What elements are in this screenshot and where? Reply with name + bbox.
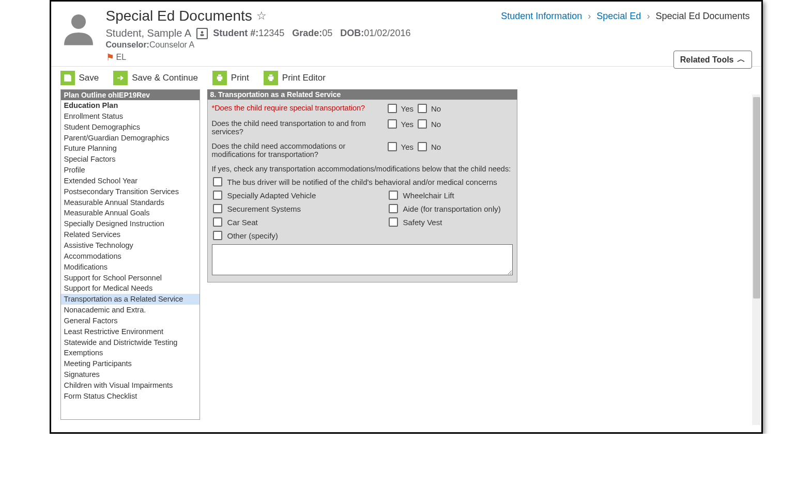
related-tools-label: Related Tools — [680, 55, 734, 65]
checkbox-notify-driver[interactable] — [213, 177, 222, 186]
scrollbar-thumb[interactable] — [753, 97, 760, 298]
sidebar-item-14[interactable]: Accommodations — [61, 251, 200, 262]
sidebar-item-7[interactable]: Extended School Year — [61, 176, 200, 186]
sidebar-item-3[interactable]: Parent/Guardian Demographics — [61, 133, 200, 144]
sidebar-item-13[interactable]: Assistive Technology — [61, 240, 200, 251]
counselor-value: Counselor A — [149, 40, 194, 49]
checkbox-aide[interactable] — [389, 204, 398, 213]
person-card-icon[interactable] — [196, 28, 208, 39]
sidebar-item-16[interactable]: Support for School Personnel — [61, 273, 200, 284]
label-safety-vest: Safety Vest — [403, 218, 442, 227]
label-other: Other (specify) — [227, 231, 278, 240]
checkbox-q3-no[interactable] — [418, 142, 427, 151]
label-no: No — [431, 120, 441, 129]
student-number-label: Student #: — [213, 28, 258, 38]
plan-outline-sidebar: Plan Outline ohIEP19Rev Education PlanEn… — [60, 89, 200, 420]
counselor-label: Counselor: — [106, 40, 149, 49]
favorite-star-icon[interactable]: ☆ — [256, 9, 267, 23]
sidebar-item-27[interactable]: Form Status Checklist — [61, 391, 200, 402]
checkbox-safety-vest[interactable] — [389, 217, 398, 227]
sidebar-item-15[interactable]: Modifications — [61, 262, 200, 273]
sidebar-item-21[interactable]: Least Restrictive Environment — [61, 326, 200, 337]
sidebar-item-22[interactable]: Statewide and Districtwide Testing — [61, 337, 200, 348]
sidebar-item-5[interactable]: Special Factors — [61, 154, 200, 165]
label-yes: Yes — [401, 120, 413, 129]
label-yes: Yes — [401, 143, 413, 151]
print-icon — [212, 71, 227, 85]
sidebar-item-19[interactable]: Nonacademic and Extra. — [61, 305, 200, 316]
label-notify-driver: The bus driver will be notified of the c… — [227, 178, 497, 186]
sidebar-item-20[interactable]: General Factors — [61, 316, 200, 326]
sidebar-item-4[interactable]: Future Planning — [61, 143, 200, 154]
breadcrumb-special-ed[interactable]: Special Ed — [596, 11, 641, 21]
checkbox-q1-yes[interactable] — [388, 104, 397, 113]
other-specify-input[interactable] — [212, 244, 513, 275]
chevron-right-icon: › — [588, 11, 591, 21]
accommodation-instructions: If yes, check any transportation accommo… — [212, 165, 513, 173]
dob-value: 01/02/2016 — [364, 28, 410, 38]
sidebar-item-10[interactable]: Measurable Annual Goals — [61, 208, 200, 218]
checkbox-q3-yes[interactable] — [388, 142, 397, 151]
flag-label: EL — [116, 53, 127, 62]
label-yes: Yes — [401, 104, 413, 113]
grade-label: Grade: — [292, 28, 322, 38]
sidebar-item-25[interactable]: Signatures — [61, 369, 200, 380]
grade-value: 05 — [322, 28, 332, 38]
sidebar-item-18[interactable]: Transportation as a Related Service — [61, 294, 200, 305]
sidebar-item-26[interactable]: Children with Visual Impairments — [61, 380, 200, 391]
checkbox-q2-no[interactable] — [418, 119, 427, 129]
label-securement: Securement Systems — [227, 204, 301, 213]
q-special-transport: *Does the child require special transpor… — [212, 104, 388, 112]
breadcrumb-student-info[interactable]: Student Information — [501, 11, 582, 21]
label-car-seat: Car Seat — [227, 218, 258, 227]
label-adapted-vehicle: Specially Adapted Vehicle — [227, 191, 316, 200]
student-name: Student, Sample A — [106, 27, 192, 39]
label-aide: Aide (for transportation only) — [403, 204, 501, 213]
sidebar-item-12[interactable]: Related Services — [61, 229, 200, 240]
related-tools-button[interactable]: Related Tools ︿ — [673, 51, 752, 69]
sidebar-item-11[interactable]: Specially Designed Instruction — [61, 218, 200, 229]
checkbox-car-seat[interactable] — [213, 217, 222, 227]
breadcrumb: Student Information › Special Ed › Speci… — [501, 11, 749, 22]
q-accommodations: Does the child need accommodations or mo… — [212, 142, 388, 159]
label-no: No — [431, 143, 441, 151]
sidebar-item-1[interactable]: Enrollment Status — [61, 111, 200, 122]
sidebar-item-23[interactable]: Exemptions — [61, 348, 200, 358]
label-wheelchair-lift: Wheelchair Lift — [403, 191, 454, 200]
checkbox-q2-yes[interactable] — [388, 119, 397, 129]
sidebar-item-9[interactable]: Measurable Annual Standards — [61, 197, 200, 208]
checkbox-adapted-vehicle[interactable] — [213, 191, 222, 200]
print-icon — [264, 71, 278, 85]
sidebar-item-17[interactable]: Support for Medical Needs — [61, 283, 200, 294]
save-icon — [60, 71, 75, 85]
sidebar-item-6[interactable]: Profile — [61, 165, 200, 176]
sidebar-item-24[interactable]: Meeting Participants — [61, 358, 200, 369]
print-button[interactable]: Print — [212, 71, 249, 85]
save-button[interactable]: Save — [60, 71, 99, 85]
checkbox-other[interactable] — [213, 231, 222, 240]
arrow-right-icon — [113, 71, 128, 85]
sidebar-header: Plan Outline ohIEP19Rev — [61, 90, 200, 100]
svg-point-1 — [201, 31, 204, 34]
checkbox-q1-no[interactable] — [418, 104, 427, 113]
svg-rect-2 — [201, 34, 204, 36]
checkbox-securement[interactable] — [213, 204, 222, 213]
student-number-value: 12345 — [258, 28, 284, 38]
save-continue-button[interactable]: Save & Continue — [113, 71, 198, 85]
chevron-up-icon: ︿ — [737, 54, 745, 65]
panel-header: 8. Transportation as a Related Service — [207, 89, 517, 100]
page-title: Special Ed Documents — [106, 8, 252, 24]
dob-label: DOB: — [340, 28, 364, 38]
checkbox-wheelchair-lift[interactable] — [389, 191, 398, 200]
sidebar-item-0[interactable]: Education Plan — [61, 100, 200, 111]
avatar — [60, 11, 97, 47]
label-no: No — [431, 104, 441, 113]
q-to-from: Does the child need transportation to an… — [212, 119, 388, 136]
flag-icon[interactable]: ⚑ — [106, 52, 114, 63]
breadcrumb-current: Special Ed Documents — [655, 11, 749, 21]
sidebar-item-8[interactable]: Postsecondary Transition Services — [61, 186, 200, 197]
sidebar-item-2[interactable]: Student Demographics — [61, 122, 200, 133]
svg-point-0 — [71, 14, 86, 29]
chevron-right-icon: › — [647, 11, 650, 21]
print-editor-button[interactable]: Print Editor — [264, 71, 326, 85]
